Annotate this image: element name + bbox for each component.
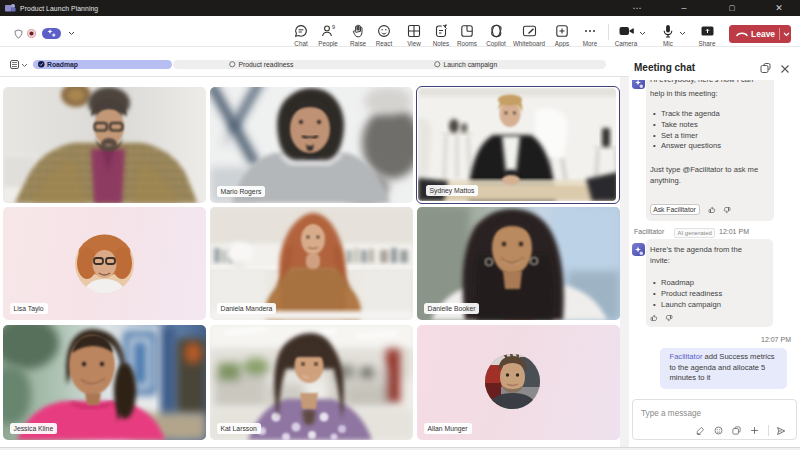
svg-text:9: 9 — [332, 24, 335, 30]
